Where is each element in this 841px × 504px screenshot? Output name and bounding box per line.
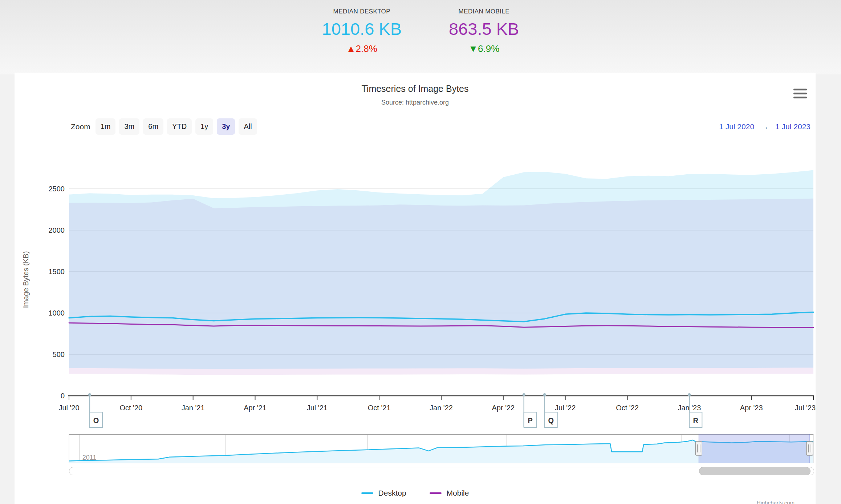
- svg-text:2000: 2000: [49, 226, 65, 234]
- flag-p[interactable]: P: [523, 393, 537, 427]
- legend-item-desktop[interactable]: Desktop: [361, 489, 406, 497]
- svg-text:R: R: [693, 416, 699, 424]
- stat-desktop-value: 1010.6 KB: [322, 19, 402, 39]
- x-axis-label: Oct '22: [616, 404, 639, 412]
- legend-desktop-label: Desktop: [378, 489, 406, 497]
- chart-subtitle: Source: httparchive.org: [15, 99, 816, 106]
- stat-desktop-delta: ▲2.8%: [322, 43, 402, 54]
- svg-text:1000: 1000: [49, 309, 65, 317]
- stat-mobile-delta: ▼6.9%: [449, 43, 519, 54]
- x-axis-label: Jan '22: [430, 404, 453, 412]
- x-axis-label: Oct '20: [119, 404, 142, 412]
- mobile-line-swatch: [430, 492, 442, 494]
- svg-text:2500: 2500: [49, 185, 65, 193]
- hamburger-bar: [793, 93, 807, 94]
- x-axis-label: Jul '20: [58, 404, 79, 412]
- hamburger-bar: [793, 89, 807, 90]
- range-selector: Zoom 1m 3m 6m YTD 1y 3y All: [71, 118, 261, 135]
- range-button-3m[interactable]: 3m: [119, 118, 139, 135]
- flag-o[interactable]: O: [88, 393, 102, 427]
- svg-text:500: 500: [53, 350, 65, 358]
- legend: Desktop Mobile: [15, 489, 816, 497]
- range-button-3y[interactable]: 3y: [217, 118, 235, 135]
- x-axis-label: Apr '22: [492, 404, 515, 412]
- x-axis-label: Apr '23: [740, 404, 763, 412]
- chart-title: Timeseries of Image Bytes: [15, 84, 816, 94]
- x-axis-label: Oct '21: [368, 404, 391, 412]
- stat-desktop-label: MEDIAN DESKTOP: [322, 8, 402, 15]
- legend-mobile-label: Mobile: [447, 489, 469, 497]
- subtitle-prefix: Source:: [381, 99, 406, 106]
- svg-text:1500: 1500: [49, 268, 65, 276]
- y-axis-title: Image Bytes (KB): [22, 251, 30, 308]
- stat-desktop-delta-value: 2.8%: [356, 43, 377, 54]
- svg-text:Q: Q: [548, 416, 554, 424]
- stat-median-mobile: MEDIAN MOBILE 863.5 KB ▼6.9%: [449, 8, 519, 54]
- desktop-line-swatch: [361, 492, 373, 494]
- zoom-label: Zoom: [71, 122, 90, 131]
- scrollbar-track[interactable]: [69, 467, 814, 475]
- date-to-input[interactable]: 1 Jul 2023: [775, 122, 810, 131]
- chart-card: Timeseries of Image Bytes Source: httpar…: [15, 73, 816, 504]
- stat-median-desktop: MEDIAN DESKTOP 1010.6 KB ▲2.8%: [322, 8, 402, 54]
- source-link[interactable]: httparchive.org: [406, 99, 449, 106]
- x-axis-label: Jan '21: [182, 404, 205, 412]
- arrow-right-icon: →: [761, 122, 769, 131]
- navigator-selected-range[interactable]: [699, 434, 809, 463]
- svg-text:P: P: [528, 416, 533, 424]
- navigator[interactable]: 201120132015201720202…: [15, 432, 816, 468]
- range-button-all[interactable]: All: [239, 118, 257, 135]
- date-from-input[interactable]: 1 Jul 2020: [719, 122, 754, 131]
- date-range-inputs: 1 Jul 2020 → 1 Jul 2023: [719, 122, 810, 131]
- svg-text:0: 0: [61, 392, 65, 400]
- x-axis-label: Jul '23: [795, 404, 816, 412]
- stat-mobile-label: MEDIAN MOBILE: [449, 8, 519, 15]
- x-axis-label: Jul '21: [307, 404, 328, 412]
- hamburger-bar: [793, 97, 807, 98]
- range-button-1m[interactable]: 1m: [96, 118, 116, 135]
- svg-text:O: O: [93, 416, 99, 424]
- down-triangle-icon: ▼: [468, 43, 478, 54]
- x-axis-label: Jul '22: [555, 404, 576, 412]
- up-triangle-icon: ▲: [346, 43, 356, 54]
- range-button-6m[interactable]: 6m: [143, 118, 163, 135]
- x-axis-label: Apr '21: [244, 404, 267, 412]
- scrollbar-thumb[interactable]: [699, 467, 810, 475]
- stats-header: MEDIAN DESKTOP 1010.6 KB ▲2.8% MEDIAN MO…: [0, 8, 841, 54]
- range-button-ytd[interactable]: YTD: [167, 118, 192, 135]
- range-button-1y[interactable]: 1y: [195, 118, 213, 135]
- legend-item-mobile[interactable]: Mobile: [430, 489, 469, 497]
- stat-mobile-value: 863.5 KB: [449, 19, 519, 39]
- credits-link-clipped[interactable]: Highcharts.com: [757, 500, 795, 504]
- desktop-25th-75th-percentile-band: [69, 170, 813, 369]
- hamburger-menu-icon[interactable]: [793, 89, 807, 101]
- stat-mobile-delta-value: 6.9%: [478, 43, 499, 54]
- main-chart-plot[interactable]: 05001000150020002500Image Bytes (KB)Jul …: [15, 156, 816, 432]
